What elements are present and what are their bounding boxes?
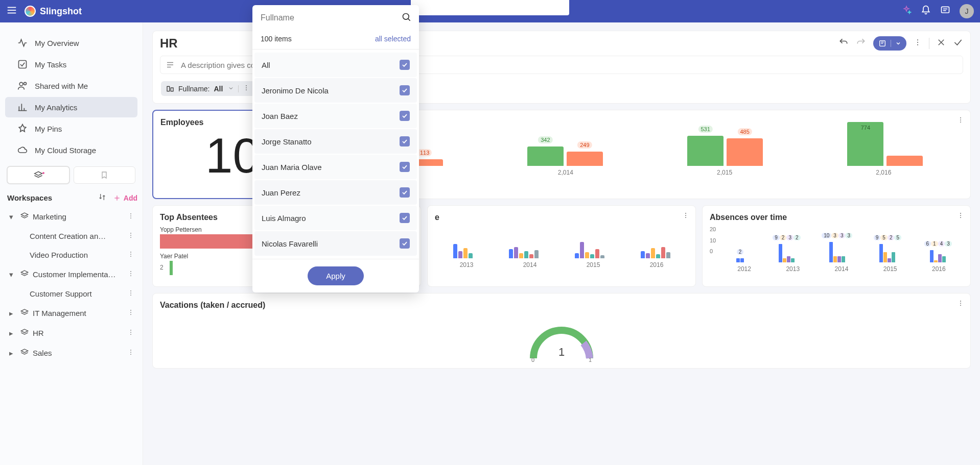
top-search-bar[interactable]	[411, 0, 569, 15]
menu-icon[interactable]	[6, 5, 17, 18]
chevron-right-icon[interactable]: ▸	[9, 349, 16, 358]
more-icon[interactable]	[127, 270, 136, 279]
workspace-label: Marketing	[33, 212, 123, 221]
workspaces-section-header: Workspaces Add	[0, 189, 143, 207]
filter-option[interactable]: Juan Maria Olave	[254, 155, 417, 179]
svg-point-44	[130, 354, 131, 355]
more-icon[interactable]	[127, 309, 136, 317]
brand-name: Slingshot	[40, 6, 82, 17]
sparkle-icon[interactable]	[901, 5, 912, 17]
search-icon[interactable]	[402, 12, 412, 25]
svg-point-30	[130, 290, 131, 291]
y-tick: 0	[710, 248, 716, 254]
more-icon[interactable]	[127, 232, 136, 240]
sidebar-item-my-overview[interactable]: My Overview	[5, 33, 137, 53]
avatar[interactable]: J	[960, 4, 974, 18]
absentee-bar-1	[170, 261, 173, 275]
gauge-value: 1	[528, 346, 595, 359]
checkbox-checked-icon[interactable]	[400, 60, 410, 70]
checkbox-checked-icon[interactable]	[400, 187, 410, 198]
chip-more-icon[interactable]	[243, 84, 250, 93]
fullname-filter-popover: 100 items all selected AllJeronimo De Ni…	[252, 5, 419, 292]
card-vacations[interactable]: Vacations (taken / accrued) 1 0 1	[152, 293, 971, 369]
svg-point-32	[130, 295, 131, 296]
sort-icon[interactable]	[98, 193, 106, 203]
more-icon[interactable]	[127, 289, 136, 298]
chevron-right-icon[interactable]: ▸	[9, 329, 16, 338]
sidebar-item-my-pins[interactable]: My Pins	[5, 118, 137, 139]
sidebar-item-my-cloud-storage[interactable]: My Cloud Storage	[5, 140, 137, 160]
filter-chip-fullname[interactable]: Fullname: All	[161, 81, 255, 96]
x-label: 2013	[460, 261, 474, 268]
undo-icon[interactable]	[838, 37, 849, 50]
card-hires-over-time[interactable]: e 2013201420152016	[427, 205, 696, 287]
sidebar-item-label: My Pins	[35, 125, 62, 133]
checkbox-checked-icon[interactable]	[400, 162, 410, 172]
workspace-item[interactable]: ▸IT Management	[0, 303, 143, 323]
checkbox-checked-icon[interactable]	[400, 136, 410, 146]
popover-count: 100 items	[261, 35, 292, 43]
workspace-child-item[interactable]: Video Production	[0, 246, 143, 264]
workspace-child-item[interactable]: Content Creation an…	[0, 227, 143, 246]
more-icon[interactable]	[127, 349, 136, 357]
more-icon[interactable]	[127, 251, 136, 259]
chevron-down-icon[interactable]: ▾	[9, 212, 16, 222]
svg-point-50	[917, 44, 918, 45]
checkbox-checked-icon[interactable]	[400, 111, 410, 121]
filter-option[interactable]: Luis Almagro	[254, 206, 417, 230]
workspace-bookmark-button[interactable]	[74, 166, 136, 184]
close-icon[interactable]	[937, 38, 946, 49]
more-icon[interactable]	[914, 38, 922, 48]
card-more-icon[interactable]	[957, 116, 964, 126]
gauge-min: 0	[531, 357, 534, 363]
workspace-child-item[interactable]: Customer Support	[0, 284, 143, 303]
svg-marker-41	[21, 349, 28, 353]
card-more-icon[interactable]	[957, 300, 964, 309]
more-icon[interactable]	[127, 212, 136, 221]
chevron-right-icon[interactable]: ▸	[9, 309, 16, 318]
card-more-icon[interactable]	[682, 212, 689, 221]
redo-icon[interactable]	[856, 37, 866, 50]
add-workspace-button[interactable]: Add	[113, 194, 137, 202]
refresh-button[interactable]	[873, 36, 906, 51]
card-absences-over-time[interactable]: Absences over time 20 10 0 2923210333952…	[702, 205, 971, 287]
page-title[interactable]: HR	[160, 36, 178, 51]
sidebar-item-shared-with-me[interactable]: Shared with Me	[5, 76, 137, 96]
x-label: 2015	[587, 261, 600, 268]
sidebar-item-label: My Cloud Storage	[35, 146, 96, 155]
filter-option[interactable]: Jorge Stanatto	[254, 129, 417, 154]
workspace-child-label: Content Creation an…	[30, 232, 123, 240]
filter-option[interactable]: All	[254, 53, 417, 77]
workspace-item[interactable]: ▾Customer Implementa…	[0, 264, 143, 284]
svg-point-17	[130, 213, 131, 214]
chat-icon[interactable]	[940, 5, 950, 17]
filter-option[interactable]: Joan Baez	[254, 104, 417, 128]
popover-selected-text[interactable]: all selected	[375, 35, 411, 43]
sidebar-item-my-tasks[interactable]: My Tasks	[5, 54, 137, 75]
more-icon[interactable]	[127, 329, 136, 337]
svg-point-42	[130, 350, 131, 351]
workspace-item[interactable]: ▾Marketing	[0, 207, 143, 227]
workspace-layers-button[interactable]	[7, 166, 69, 184]
app-logo[interactable]: Slingshot	[25, 6, 82, 17]
option-label: Nicolas Favarelli	[262, 239, 318, 248]
layers-icon	[20, 308, 29, 318]
svg-point-7	[19, 82, 23, 86]
sidebar-item-my-analytics[interactable]: My Analytics	[5, 97, 137, 117]
bell-icon[interactable]	[921, 5, 931, 17]
filter-option[interactable]: Jeronimo De Nicola	[254, 78, 417, 103]
workspace-item[interactable]: ▸Sales	[0, 343, 143, 363]
checkbox-checked-icon[interactable]	[400, 213, 410, 223]
chevron-down-icon[interactable]: ▾	[9, 270, 16, 279]
check-icon[interactable]	[953, 37, 963, 50]
card-title: e	[435, 213, 688, 222]
filter-option[interactable]: Nicolas Favarelli	[254, 231, 417, 256]
checkbox-checked-icon[interactable]	[400, 85, 410, 95]
checkbox-checked-icon[interactable]	[400, 238, 410, 249]
workspace-item[interactable]: ▸HR	[0, 323, 143, 343]
card-more-icon[interactable]	[957, 212, 964, 221]
popover-search-input[interactable]	[261, 13, 393, 22]
filter-option[interactable]: Juan Perez	[254, 180, 417, 205]
apply-button[interactable]: Apply	[308, 266, 364, 285]
workspace-label: Sales	[33, 349, 123, 357]
